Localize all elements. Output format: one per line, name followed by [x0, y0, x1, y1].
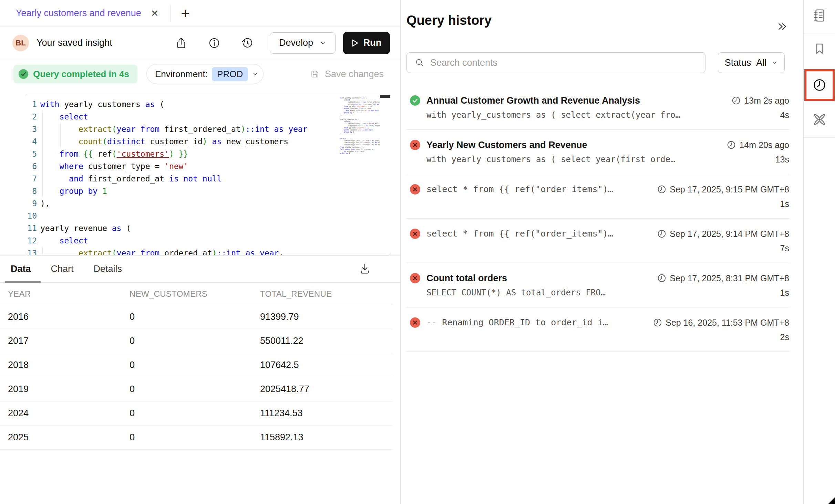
query-code-preview: select * from {{ ref("order_items")…: [426, 227, 657, 241]
tab-title: Yearly customers and revenue: [16, 8, 141, 19]
insight-header: BL Your saved insight: [0, 27, 400, 59]
share-icon[interactable]: [175, 36, 188, 50]
save-icon: [310, 69, 320, 79]
avatar: BL: [12, 35, 29, 51]
search-box[interactable]: [406, 52, 705, 73]
query-history-item[interactable]: Count total ordersSELECT COUNT(*) AS tot…: [406, 263, 789, 307]
table-row[interactable]: 201902025418.77: [0, 377, 393, 401]
download-results-icon[interactable]: [358, 262, 371, 276]
query-duration: 7s: [780, 241, 789, 256]
resize-handle[interactable]: [828, 497, 835, 504]
table-cell: 0: [130, 408, 260, 419]
query-code-preview: -- Renaming ORDER_ID to order_id i…: [426, 316, 653, 329]
environment-value-chip: PROD: [212, 67, 248, 81]
query-history-panel: Query history Status All Annual Customer…: [401, 0, 803, 504]
save-changes-button[interactable]: Save changes: [310, 69, 384, 80]
table-cell: 550011.22: [260, 336, 393, 346]
error-status-icon: [410, 229, 420, 239]
query-timestamp: Sep 17, 2025, 9:14 PM GMT+8: [657, 227, 789, 241]
column-new-customers[interactable]: NEW_CUSTOMERS: [130, 289, 260, 299]
tab-chart-label: Chart: [51, 264, 74, 274]
query-timestamp: Sep 17, 2025, 8:31 PM GMT+8: [657, 271, 789, 285]
error-status-icon: [410, 140, 420, 150]
run-button[interactable]: Run: [343, 32, 390, 54]
chevron-down-icon: [252, 71, 258, 77]
history-clock-icon: [812, 77, 827, 93]
check-circle-icon: [18, 69, 29, 79]
table-cell: 2018: [0, 360, 130, 370]
query-timestamp: Sep 16, 2025, 11:53 PM GMT+8: [653, 316, 789, 329]
tab-bar: Yearly customers and revenue ✕ +: [0, 0, 400, 27]
query-duration: 13s: [775, 152, 789, 167]
query-history-item[interactable]: Annual Customer Growth and Revenue Analy…: [406, 85, 789, 130]
line-numbers: 12345678910111213: [25, 98, 37, 255]
table-cell: 107642.5: [260, 360, 393, 370]
tab-chart[interactable]: Chart: [51, 256, 74, 282]
table-row[interactable]: 2016091399.79: [0, 305, 393, 329]
environment-selector[interactable]: Environment: PROD: [146, 64, 264, 84]
table-row[interactable]: 20240111234.53: [0, 401, 393, 426]
editor-panel: Yearly customers and revenue ✕ + BL Your…: [0, 0, 401, 504]
table-row[interactable]: 20250115892.13: [0, 426, 393, 450]
info-icon[interactable]: [208, 36, 221, 50]
tab-yearly-customers[interactable]: Yearly customers and revenue ✕: [0, 0, 170, 27]
status-filter-label: Status: [725, 57, 751, 68]
editor-scrollbar-thumb[interactable]: [380, 95, 390, 98]
table-cell: 115892.13: [260, 432, 393, 443]
insight-title: Your saved insight: [37, 38, 112, 48]
status-bar: Query completed in 4s Environment: PROD …: [0, 59, 400, 89]
table-cell: 0: [130, 312, 260, 322]
query-history-item[interactable]: Yearly New Customers and Revenuewith yea…: [406, 130, 789, 174]
results-tabs: Data Chart Details: [0, 255, 400, 283]
table-row[interactable]: 20180107642.5: [0, 353, 393, 377]
query-timestamp: 14m 20s ago: [727, 138, 789, 152]
query-status-text: Query completed in 4s: [33, 69, 129, 80]
table-cell: 2025418.77: [260, 384, 393, 395]
tab-separator: [170, 5, 171, 22]
indent-guide: [60, 123, 61, 148]
page-title: Query history: [406, 13, 492, 28]
sql-editor[interactable]: 12345678910111213 with yearly_customers …: [25, 94, 391, 255]
table-body: 2016091399.7920170550011.2220180107642.5…: [0, 305, 393, 450]
results-table: YEAR NEW_CUSTOMERS TOTAL_REVENUE 2016091…: [0, 283, 393, 450]
query-history-tool-active[interactable]: [804, 69, 835, 101]
close-tab-icon[interactable]: ✕: [151, 8, 159, 19]
column-total-revenue[interactable]: TOTAL_REVENUE: [260, 289, 393, 299]
collapse-panel-icon[interactable]: [776, 21, 788, 33]
search-icon: [414, 57, 425, 68]
query-history-item[interactable]: select * from {{ ref("order_items")…Sep …: [406, 219, 789, 263]
query-history-item[interactable]: -- Renaming ORDER_ID to order_id i…Sep 1…: [406, 307, 789, 352]
environment-label: Environment:: [155, 69, 208, 80]
table-header: YEAR NEW_CUSTOMERS TOTAL_REVENUE: [0, 283, 393, 305]
new-tab-button[interactable]: +: [181, 6, 190, 21]
column-year[interactable]: YEAR: [0, 289, 130, 299]
toolbar-divider: [804, 137, 835, 138]
query-title: Yearly New Customers and Revenue: [426, 138, 727, 152]
search-input[interactable]: [430, 57, 698, 68]
chevron-down-icon: [772, 60, 778, 66]
query-code-preview: SELECT COUNT(*) AS total_orders FRO…: [426, 285, 657, 300]
status-filter-dropdown[interactable]: Status All: [718, 52, 785, 73]
tab-data-label: Data: [11, 264, 31, 274]
save-changes-label: Save changes: [325, 69, 384, 80]
query-code-preview: select * from {{ ref("order_items")…: [426, 182, 657, 196]
tab-data[interactable]: Data: [11, 256, 31, 282]
query-history-item[interactable]: select * from {{ ref("order_items")…Sep …: [406, 174, 789, 219]
query-title: Count total orders: [426, 271, 657, 285]
tab-details[interactable]: Details: [94, 256, 122, 282]
code-lines[interactable]: with yearly_customers as ( select extrac…: [40, 98, 339, 255]
editor-minimap[interactable]: with yearly_customers as ( select extrac…: [340, 97, 380, 248]
query-duration: 4s: [780, 107, 789, 123]
table-cell: 0: [130, 360, 260, 370]
table-cell: 2017: [0, 336, 130, 346]
bookmark-icon[interactable]: [812, 42, 827, 57]
dbt-logo-icon[interactable]: [811, 111, 828, 129]
table-cell: 2024: [0, 408, 130, 419]
error-status-icon: [410, 317, 420, 328]
version-history-icon[interactable]: [241, 36, 254, 50]
table-cell: 2016: [0, 312, 130, 322]
develop-button[interactable]: Develop: [270, 32, 336, 54]
notebook-icon[interactable]: [812, 8, 827, 25]
table-row[interactable]: 20170550011.22: [0, 329, 393, 353]
query-history-list: Annual Customer Growth and Revenue Analy…: [406, 85, 789, 352]
